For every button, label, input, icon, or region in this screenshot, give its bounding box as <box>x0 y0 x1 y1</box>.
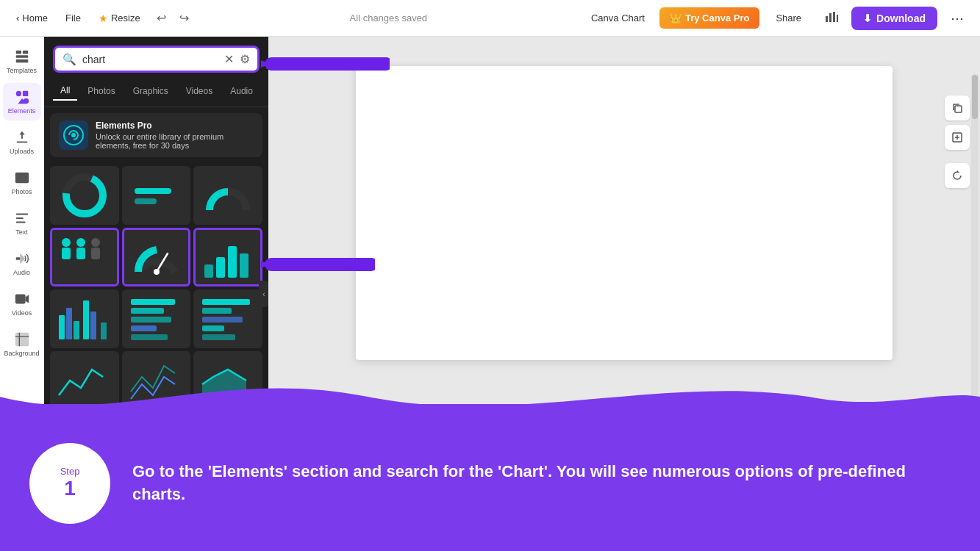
file-label: File <box>65 12 81 24</box>
element-card-bar2[interactable] <box>122 166 191 225</box>
search-clear-button[interactable]: ✕ <box>224 52 234 66</box>
element-card-bars-grouped[interactable] <box>50 289 119 348</box>
copy-icon <box>951 102 963 114</box>
refresh-button[interactable] <box>945 163 970 188</box>
resize-button[interactable]: ★ Resize <box>91 8 148 29</box>
photos-label: Photos <box>11 188 32 195</box>
svg-rect-31 <box>76 248 85 259</box>
tab-videos[interactable]: Videos <box>179 82 220 101</box>
add-page-button[interactable] <box>945 125 970 150</box>
bottom-content: Step 1 Go to the 'Elements' section and … <box>0 415 980 551</box>
svg-rect-29 <box>62 248 71 259</box>
elements-row-2 <box>50 228 262 287</box>
promo-title: Elements Pro <box>96 120 254 131</box>
copy-page-button[interactable] <box>945 96 970 120</box>
svg-rect-4 <box>15 51 21 54</box>
uploads-icon <box>14 129 30 145</box>
svg-rect-0 <box>826 16 828 22</box>
svg-rect-54 <box>202 325 224 331</box>
people-chart-icon <box>55 231 114 283</box>
bottom-overlay: Step 1 Go to the 'Elements' section and … <box>0 404 980 551</box>
svg-point-35 <box>154 269 160 275</box>
step-number: 1 <box>64 477 76 500</box>
horizontal-bars2-icon <box>198 293 257 345</box>
nav-center-group: All changes saved <box>195 12 582 24</box>
file-button[interactable]: File <box>58 8 88 28</box>
undo-button[interactable]: ↩ <box>151 7 172 29</box>
search-filter-button[interactable]: ⚙ <box>240 52 250 66</box>
elements-row-1 <box>50 166 262 225</box>
element-card-donut1[interactable] <box>50 166 119 225</box>
tab-audio[interactable]: Audio <box>223 82 260 101</box>
sidebar-item-uploads[interactable]: Uploads <box>3 123 41 161</box>
sidebar-item-videos[interactable]: Videos <box>3 285 41 323</box>
crown-icon: 👑 <box>670 12 682 24</box>
refresh-icon <box>951 170 963 181</box>
svg-rect-2 <box>833 12 835 22</box>
nav-right-group: Canva Chart 👑 Try Canva Pro Share ⬇ Down… <box>582 5 971 32</box>
text-label: Text <box>15 228 28 236</box>
tab-photos[interactable]: Photos <box>80 82 122 101</box>
chart-icon-button[interactable] <box>818 5 845 32</box>
canva-chart-button[interactable]: Canva Chart <box>582 8 654 28</box>
svg-rect-45 <box>101 323 107 339</box>
svg-rect-37 <box>216 257 225 278</box>
sidebar-item-audio[interactable]: Audio <box>3 245 41 282</box>
svg-rect-55 <box>202 334 235 340</box>
svg-rect-18 <box>15 257 20 260</box>
svg-rect-50 <box>131 334 168 340</box>
svg-point-28 <box>62 238 71 247</box>
tab-graphics[interactable]: Graphics <box>126 82 176 101</box>
templates-icon <box>14 48 30 65</box>
svg-point-25 <box>74 184 96 206</box>
sidebar-item-text[interactable]: Text <box>3 204 41 242</box>
search-icon: 🔍 <box>62 53 76 66</box>
sidebar-item-elements[interactable]: Elements <box>3 83 41 120</box>
nav-left-group: ‹ Home File ★ Resize ↩ ↪ <box>9 7 195 29</box>
speedometer-icon <box>127 231 186 283</box>
bar-chart-icon <box>825 10 838 24</box>
element-card-horiz-bars2[interactable] <box>193 289 262 348</box>
element-card-speedometer[interactable] <box>122 228 191 287</box>
elements-row-3 <box>50 289 262 348</box>
elements-pro-icon <box>63 125 84 145</box>
svg-rect-19 <box>15 295 25 304</box>
donut-chart-icon <box>59 170 110 221</box>
download-button[interactable]: ⬇ Download <box>851 7 937 30</box>
svg-rect-33 <box>91 248 100 259</box>
search-input[interactable]: chart <box>82 54 218 65</box>
svg-rect-17 <box>15 222 25 223</box>
svg-rect-36 <box>204 264 213 278</box>
canvas-white-area <box>356 66 893 360</box>
element-card-semicircle[interactable] <box>193 166 262 225</box>
sidebar-item-photos[interactable]: Photos <box>3 164 41 201</box>
try-pro-button[interactable]: 👑 Try Canva Pro <box>659 7 759 29</box>
svg-rect-51 <box>202 299 250 305</box>
element-card-barchart[interactable] <box>193 228 262 287</box>
chevron-left-icon: ‹ <box>16 12 19 24</box>
text-icon <box>14 210 30 226</box>
bar-chart-element-icon <box>198 231 257 283</box>
svg-rect-42 <box>74 321 79 339</box>
elements-icon <box>14 89 30 105</box>
home-label: Home <box>22 12 48 24</box>
svg-rect-3 <box>837 15 838 22</box>
element-card-people[interactable] <box>50 228 119 287</box>
sidebar-item-templates[interactable]: Templates <box>3 43 41 80</box>
element-card-horiz-bars[interactable] <box>122 289 191 348</box>
panel-collapse-button[interactable]: ‹ <box>259 281 268 307</box>
save-status: All changes saved <box>350 12 428 24</box>
resize-label: Resize <box>111 12 140 24</box>
promo-icon <box>59 120 88 150</box>
redo-button[interactable]: ↪ <box>174 7 195 29</box>
tab-all[interactable]: All <box>53 82 77 101</box>
svg-rect-7 <box>15 60 28 63</box>
svg-rect-41 <box>66 308 72 339</box>
background-label: Background <box>4 350 39 357</box>
sidebar-item-background[interactable]: Background <box>3 325 41 363</box>
share-button[interactable]: Share <box>765 7 812 29</box>
home-button[interactable]: ‹ Home <box>9 8 55 28</box>
svg-rect-1 <box>829 13 831 22</box>
more-options-button[interactable]: ⋯ <box>943 5 971 32</box>
svg-rect-12 <box>16 142 27 143</box>
